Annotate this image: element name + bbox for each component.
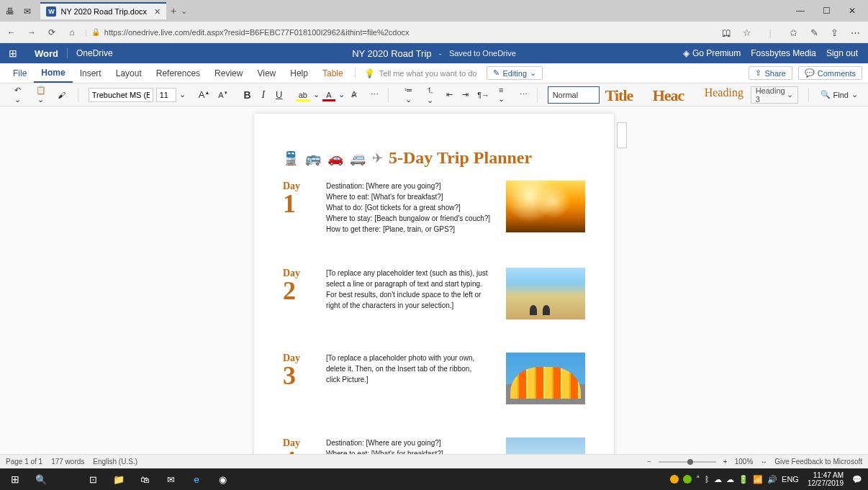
share-button[interactable]: ⇪ Share (749, 66, 792, 80)
tab-file[interactable]: File (6, 63, 34, 83)
zoom-in-button[interactable]: + (723, 458, 728, 466)
zoom-slider[interactable] (659, 461, 716, 463)
doc-title[interactable]: NY 2020 Road Trip (352, 48, 431, 59)
ltr-button[interactable]: ¶→ (474, 89, 490, 101)
day-image[interactable] (506, 353, 585, 404)
close-tab-icon[interactable]: ✕ (154, 7, 161, 17)
keyboard-lang[interactable]: ENG (782, 475, 799, 484)
ruler-handle[interactable] (617, 122, 627, 148)
start-button[interactable]: ⊞ (3, 470, 27, 489)
style-title[interactable]: Title (602, 86, 647, 104)
notes-icon[interactable]: ✎ (805, 27, 823, 38)
more-icon[interactable]: ⋯ (846, 27, 864, 38)
reading-view-icon[interactable]: 🕮 (718, 27, 735, 38)
clock[interactable]: 11:47 AM 12/27/2019 (803, 471, 848, 487)
document-area[interactable]: 🚆 🚌 🚗 🚐 ✈ 5-Day Trip Planner Day 1 Desti… (0, 106, 868, 454)
more-para-button[interactable]: ⋯ (517, 89, 530, 101)
page-status[interactable]: Page 1 of 1 (6, 458, 42, 466)
format-painter-button[interactable]: 🖌 (55, 89, 68, 101)
grow-font-button[interactable]: A▲ (196, 88, 213, 101)
minimize-button[interactable]: — (787, 6, 813, 16)
share-page-icon[interactable]: ⇪ (826, 27, 844, 38)
volume-icon[interactable]: 🔊 (767, 475, 777, 484)
explorer-icon[interactable]: 📁 (107, 470, 131, 489)
underline-button[interactable]: U (273, 88, 286, 101)
numbering-button[interactable]: ⒈ ⌄ (421, 83, 440, 106)
paste-button[interactable]: 📋 ⌄ (30, 84, 52, 106)
back-button[interactable]: ← (4, 27, 19, 37)
comments-button[interactable]: 💬 Comments (798, 66, 862, 80)
print-icon[interactable]: 🖶 (3, 6, 17, 17)
tab-references[interactable]: References (149, 63, 207, 83)
store-icon[interactable]: 🛍 (132, 470, 157, 489)
more-font-button[interactable]: ⋯ (368, 89, 381, 101)
search-taskbar-button[interactable]: 🔍 (29, 470, 53, 489)
edge-icon[interactable]: e (184, 470, 209, 489)
home-button[interactable]: ⌂ (65, 27, 79, 37)
url-box[interactable]: | 🔒 https://onedrive.live.com/edit.aspx?… (85, 28, 712, 37)
tab-view[interactable]: View (250, 63, 283, 83)
day-text[interactable]: [To replace a placeholder photo with you… (326, 353, 493, 404)
day-label[interactable]: Day 2 (283, 268, 313, 319)
tab-review[interactable]: Review (207, 63, 250, 83)
onedrive-link[interactable]: OneDrive (67, 48, 122, 58)
bullets-button[interactable]: ≔ ⌄ (399, 84, 418, 106)
style-normal[interactable]: Normal (548, 86, 600, 104)
italic-button[interactable]: I (257, 88, 270, 102)
font-color-button[interactable]: A (322, 89, 335, 101)
favorites-bar-icon[interactable]: ✩ (785, 27, 803, 38)
account-name[interactable]: Fossbytes Media (751, 48, 816, 58)
refresh-button[interactable]: ⟳ (45, 27, 59, 37)
style-heading2[interactable]: Heading (702, 86, 748, 104)
tab-home[interactable]: Home (34, 63, 72, 83)
tab-insert[interactable]: Insert (73, 63, 109, 83)
style-heading3[interactable]: Heading 3⌄ (751, 86, 798, 104)
tray-chevron-icon[interactable]: ˄ (696, 475, 700, 484)
mail-icon[interactable]: ✉ (158, 470, 183, 489)
maximize-button[interactable]: ☐ (813, 6, 839, 16)
shrink-font-button[interactable]: A▼ (215, 89, 230, 101)
new-tab-button[interactable]: + (171, 5, 176, 17)
onedrive-tray-icon[interactable]: ☁ (714, 475, 722, 484)
font-name-select[interactable] (89, 88, 153, 102)
bold-button[interactable]: B (241, 88, 254, 102)
go-premium-button[interactable]: ◈ Go Premium (683, 48, 741, 58)
clear-formatting-button[interactable]: A̷ (348, 89, 361, 101)
feedback-link[interactable]: Give Feedback to Microsoft (774, 458, 862, 466)
tab-help[interactable]: Help (283, 63, 315, 83)
tab-chevron-icon[interactable]: ⌄ (181, 6, 187, 16)
day-label[interactable]: Day 3 (283, 353, 313, 404)
day-image[interactable] (506, 437, 585, 454)
tell-me-search[interactable]: 💡 Tell me what you want to do (364, 68, 477, 78)
style-heading1[interactable]: Heac (650, 86, 699, 104)
word-count[interactable]: 177 words (51, 458, 84, 466)
zoom-value[interactable]: 100% (735, 458, 754, 466)
day-text[interactable]: Destination: [Where are you going?] Wher… (326, 437, 493, 454)
editing-mode-button[interactable]: ✎ Editing ⌄ (487, 66, 543, 80)
forward-mail-icon[interactable]: ✉ (20, 6, 35, 17)
battery-icon[interactable]: 🔋 (738, 475, 749, 484)
notifications-icon[interactable]: 💬 (852, 475, 862, 484)
day-label[interactable]: Day 4 (283, 437, 313, 454)
chrome-icon[interactable]: ◉ (210, 470, 235, 489)
word-brand[interactable]: Word (26, 48, 67, 59)
favorite-icon[interactable]: ☆ (738, 27, 756, 38)
browser-tab[interactable]: W NY 2020 Road Trip.docx ✕ (40, 2, 166, 19)
close-window-button[interactable]: ✕ (839, 6, 865, 16)
fit-width-button[interactable]: ↔ (760, 458, 767, 466)
tab-table[interactable]: Table (315, 63, 351, 83)
tab-layout[interactable]: Layout (109, 63, 149, 83)
highlight-button[interactable]: ab (296, 89, 310, 101)
font-color-chevron[interactable]: ⌄ (338, 90, 345, 99)
increase-indent-button[interactable]: ⇥ (458, 89, 471, 101)
undo-button[interactable]: ↶ ⌄ (9, 84, 27, 106)
zoom-out-button[interactable]: − (647, 458, 651, 466)
language-status[interactable]: English (U.S.) (93, 458, 137, 466)
day-label[interactable]: Day 1 (283, 181, 313, 235)
day-text[interactable]: Destination: [Where are you going?] Wher… (326, 181, 493, 235)
highlight-chevron[interactable]: ⌄ (313, 90, 320, 99)
cortana-button[interactable] (55, 470, 79, 489)
wifi-icon[interactable]: 📶 (753, 475, 763, 484)
document-page[interactable]: 🚆 🚌 🚗 🚐 ✈ 5-Day Trip Planner Day 1 Desti… (254, 114, 614, 454)
nvidia-icon[interactable] (683, 475, 692, 484)
